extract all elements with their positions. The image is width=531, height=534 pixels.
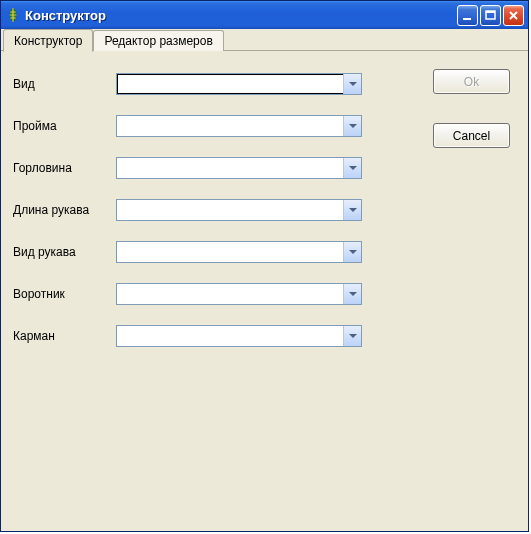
chevron-down-icon[interactable] [343, 158, 361, 178]
combo-vid[interactable] [116, 73, 362, 95]
field-row-vorotnik: Воротник [1, 283, 381, 305]
button-label: Cancel [453, 129, 490, 143]
button-label: Ok [464, 75, 479, 89]
ok-button[interactable]: Ok [433, 69, 510, 94]
svg-rect-3 [486, 11, 495, 13]
form-area: Вид Пройма Горловина [1, 57, 381, 525]
combo-vid-rukava[interactable] [116, 241, 362, 263]
field-row-karman: Карман [1, 325, 381, 347]
cancel-button[interactable]: Cancel [433, 123, 510, 148]
tab-size-editor[interactable]: Редактор размеров [93, 30, 223, 51]
field-label: Длина рукава [1, 203, 116, 217]
close-button[interactable] [503, 5, 524, 26]
side-button-area: Ok Cancel [389, 51, 522, 525]
field-label: Пройма [1, 119, 116, 133]
chevron-down-icon[interactable] [343, 74, 361, 94]
combo-value [117, 326, 343, 346]
combo-value [117, 74, 343, 94]
combo-dlina-rukava[interactable] [116, 199, 362, 221]
field-label: Карман [1, 329, 116, 343]
field-label: Воротник [1, 287, 116, 301]
tab-panel: Вид Пройма Горловина [1, 51, 528, 531]
chevron-down-icon[interactable] [343, 242, 361, 262]
window-controls [457, 5, 524, 26]
chevron-down-icon[interactable] [343, 326, 361, 346]
field-label: Вид [1, 77, 116, 91]
chevron-down-icon[interactable] [343, 284, 361, 304]
combo-karman[interactable] [116, 325, 362, 347]
title-bar: Конструктор [1, 1, 528, 29]
chevron-down-icon[interactable] [343, 116, 361, 136]
combo-value [117, 242, 343, 262]
combo-gorlovina[interactable] [116, 157, 362, 179]
tab-constructor[interactable]: Конструктор [3, 29, 93, 52]
window-title: Конструктор [25, 8, 457, 23]
maximize-button[interactable] [480, 5, 501, 26]
combo-proima[interactable] [116, 115, 362, 137]
tab-strip: Конструктор Редактор размеров [1, 29, 528, 51]
tab-label: Редактор размеров [104, 34, 212, 48]
minimize-button[interactable] [457, 5, 478, 26]
chevron-down-icon[interactable] [343, 200, 361, 220]
combo-value [117, 158, 343, 178]
combo-value [117, 200, 343, 220]
field-label: Вид рукава [1, 245, 116, 259]
svg-rect-1 [463, 18, 471, 20]
field-row-gorlovina: Горловина [1, 157, 381, 179]
field-row-vid: Вид [1, 73, 381, 95]
combo-value [117, 116, 343, 136]
tab-label: Конструктор [14, 34, 82, 48]
field-row-vid-rukava: Вид рукава [1, 241, 381, 263]
client-area: Конструктор Редактор размеров Вид Пройма [1, 29, 528, 531]
combo-vorotnik[interactable] [116, 283, 362, 305]
app-window: Конструктор Конструктор Редактор размеро… [0, 0, 529, 532]
field-label: Горловина [1, 161, 116, 175]
app-icon [5, 7, 21, 23]
field-row-proima: Пройма [1, 115, 381, 137]
field-row-dlina-rukava: Длина рукава [1, 199, 381, 221]
combo-value [117, 284, 343, 304]
